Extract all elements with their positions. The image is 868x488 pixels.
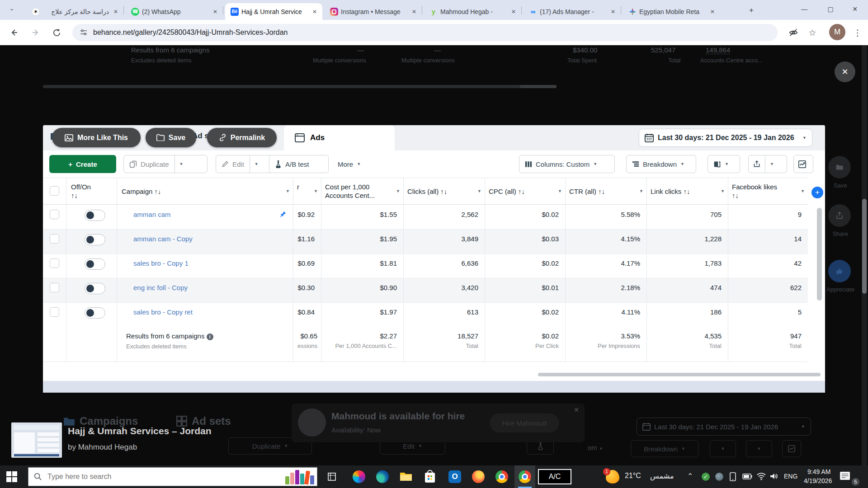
- chrome-icon[interactable]: [495, 470, 508, 483]
- likes-caret-icon[interactable]: ▼: [801, 189, 805, 193]
- rail-share-icon[interactable]: [828, 204, 851, 227]
- tab-instagram[interactable]: Instagram • Message ✕: [325, 3, 422, 20]
- col-header-clicks[interactable]: Clicks (all) ↑↓ ▼: [404, 178, 485, 204]
- profile-avatar[interactable]: M: [829, 24, 845, 40]
- tab-search-chevron-icon[interactable]: ⌄: [5, 5, 18, 15]
- taskbar-search-box[interactable]: [28, 467, 317, 486]
- tab-chatgpt[interactable]: ✶ دراسة حالة مركز علاج ✕: [26, 3, 123, 20]
- more-like-this-button[interactable]: More Like This: [52, 128, 141, 147]
- campaign-link[interactable]: sales bro - Copy ret: [133, 308, 193, 316]
- tab-behance-active[interactable]: Bē Hajj & Umrah Service ✕: [225, 3, 322, 20]
- antivirus-tray-icon[interactable]: ✓: [702, 473, 710, 481]
- row-checkbox[interactable]: [50, 258, 59, 268]
- ms-store-icon[interactable]: [424, 470, 436, 483]
- chrome-active-slot[interactable]: [514, 465, 535, 488]
- language-indicator[interactable]: ENG: [784, 473, 797, 480]
- table-row[interactable]: eng inc foll - Copy $0.30 $0.90 3,420 $0…: [43, 278, 808, 303]
- table-row[interactable]: amman cam $0.92 $1.55 2,562 $0.02 5.58% …: [43, 205, 808, 230]
- window-minimize-button[interactable]: —: [791, 0, 817, 18]
- cost-caret-icon[interactable]: ▼: [396, 189, 400, 193]
- tab-close-icon[interactable]: ✕: [609, 8, 617, 16]
- tab-sheet[interactable]: Egyptian Mobile Reta ✕: [623, 3, 720, 20]
- file-explorer-icon[interactable]: [400, 471, 412, 483]
- bookmark-star-icon[interactable]: ☆: [806, 26, 819, 39]
- tab-ads-active[interactable]: Ads: [284, 125, 395, 150]
- project-image-ads-manager[interactable]: Campaigns Ad sets Ads Last 30 days: 21 D…: [43, 125, 825, 393]
- permalink-button[interactable]: Permalink: [207, 128, 277, 147]
- chrome-active-icon[interactable]: [519, 470, 531, 483]
- campaign-link[interactable]: sales bro - Copy 1: [133, 259, 189, 267]
- search-input[interactable]: [47, 473, 237, 481]
- campaign-filter-caret-icon[interactable]: ▼: [286, 189, 290, 193]
- info-icon[interactable]: i: [207, 333, 213, 340]
- edit-caret-icon[interactable]: ▼: [250, 155, 263, 173]
- cpc-caret-icon[interactable]: ▼: [558, 189, 562, 193]
- col-header-link-clicks[interactable]: Link clicks ↑↓ ▼: [647, 178, 728, 204]
- temperature-label[interactable]: 21°C: [625, 472, 641, 480]
- charts-button[interactable]: [793, 155, 813, 173]
- reload-icon[interactable]: [49, 25, 64, 40]
- col-header-cpc[interactable]: CPC (all) ↑↓ ▼: [485, 178, 566, 204]
- rail-save-icon[interactable]: [828, 156, 851, 178]
- table-row[interactable]: sales bro - Copy ret $0.84 $1.97 613 $0.…: [43, 303, 808, 327]
- window-maximize-button[interactable]: ▢: [817, 0, 844, 18]
- campaign-toggle[interactable]: [85, 210, 105, 221]
- campaign-link[interactable]: amman cam - Copy: [133, 235, 193, 243]
- truncated-caret-icon[interactable]: ▼: [314, 189, 318, 193]
- table-horizontal-scrollbar[interactable]: [538, 373, 821, 376]
- edge-icon[interactable]: [376, 470, 389, 483]
- row-checkbox[interactable]: [50, 307, 59, 317]
- tab-close-icon[interactable]: ✕: [211, 8, 219, 16]
- row-checkbox[interactable]: [50, 234, 59, 244]
- new-tab-button[interactable]: +: [745, 5, 758, 17]
- browser-menu-kebab-icon[interactable]: ⋮: [851, 26, 864, 39]
- clicks-caret-icon[interactable]: ▼: [477, 189, 481, 193]
- table-row[interactable]: sales bro - Copy 1 $0.69 $1.81 6,636 $0.…: [43, 254, 808, 278]
- site-info-icon[interactable]: [80, 28, 88, 37]
- row-checkbox[interactable]: [50, 283, 59, 292]
- tab-portfolio[interactable]: y Mahmoud Hegab - ✕: [424, 3, 521, 20]
- col-header-facebook-likes[interactable]: Facebook likes↑↓ ▼: [728, 178, 808, 204]
- pin-icon[interactable]: [279, 211, 287, 218]
- campaign-link[interactable]: eng inc foll - Copy: [133, 284, 188, 291]
- col-header-cost-per-1000[interactable]: Cost per 1,000Accounts Cent... ▼: [321, 178, 404, 204]
- breakdown-button[interactable]: Breakdown ▼: [626, 155, 696, 173]
- campaign-toggle[interactable]: [85, 234, 105, 245]
- more-button[interactable]: More ▼: [338, 155, 361, 173]
- page-scrollbar-thumb[interactable]: [862, 199, 867, 294]
- clock-date[interactable]: 4/19/2026: [804, 477, 832, 484]
- link-clicks-caret-icon[interactable]: ▼: [721, 189, 725, 193]
- tab-close-icon[interactable]: ✕: [708, 8, 717, 16]
- project-title[interactable]: Hajj & Umrah Services – Jordan: [68, 426, 211, 436]
- col-header-truncated[interactable]: r ▼: [293, 178, 321, 204]
- firefox-icon[interactable]: [472, 470, 485, 483]
- phone-link-icon[interactable]: [730, 472, 736, 481]
- save-button[interactable]: Save: [146, 128, 196, 147]
- campaign-toggle[interactable]: [85, 307, 105, 319]
- back-icon[interactable]: [6, 25, 22, 40]
- project-thumbnail[interactable]: [11, 422, 62, 458]
- tray-chevron-up-icon[interactable]: ⌃: [687, 472, 693, 480]
- tab-close-icon[interactable]: ✕: [112, 8, 120, 16]
- campaign-toggle[interactable]: [85, 283, 105, 294]
- row-checkbox[interactable]: [50, 210, 59, 219]
- hire-close-icon[interactable]: ✕: [574, 406, 579, 413]
- outlook-icon[interactable]: O: [448, 470, 461, 483]
- clock-time[interactable]: 9:49 AM: [807, 468, 830, 475]
- windows-start-icon[interactable]: [6, 471, 18, 483]
- lightbox-close-button[interactable]: ✕: [835, 61, 855, 82]
- select-all-checkbox[interactable]: [50, 186, 59, 196]
- campaign-toggle[interactable]: [85, 258, 105, 270]
- rail-appreciate-icon[interactable]: [828, 260, 851, 282]
- col-header-ctr[interactable]: CTR (all) ↑↓ ▼: [566, 178, 647, 204]
- create-button[interactable]: + Create: [49, 155, 116, 173]
- export-caret-icon[interactable]: ▼: [765, 155, 778, 173]
- columns-button[interactable]: Columns: Custom ▼: [519, 155, 615, 173]
- input-method-button[interactable]: A/C: [538, 469, 571, 484]
- ctr-caret-icon[interactable]: ▼: [639, 189, 643, 193]
- campaign-link[interactable]: amman cam: [133, 211, 171, 218]
- table-vertical-scrollbar[interactable]: [817, 208, 822, 300]
- eye-off-icon[interactable]: [787, 26, 800, 39]
- reports-button[interactable]: ▼: [708, 155, 740, 173]
- weather-condition-label[interactable]: مشمس: [650, 472, 674, 480]
